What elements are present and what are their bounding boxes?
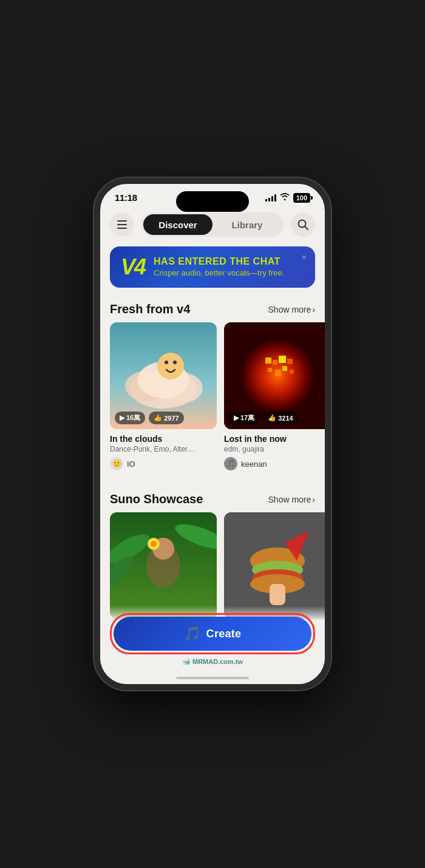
svg-rect-13	[273, 360, 277, 365]
card-1-stats: ▶ 16萬 👍 2977	[115, 412, 184, 424]
fresh-section-title: Fresh from v4	[110, 302, 190, 316]
card-1-genre: Dance-Punk, Emo, Alter…	[110, 445, 217, 453]
music-card-1[interactable]: ▶ 16萬 👍 2977 In the clouds Dance-Punk, E…	[110, 322, 217, 470]
svg-point-8	[165, 361, 168, 364]
banner-logo: V4	[121, 256, 145, 278]
tab-toggle: Discover Library	[141, 212, 284, 237]
banner-close-button[interactable]: ×	[302, 253, 307, 262]
svg-rect-19	[290, 370, 294, 374]
status-time: 11:18	[115, 192, 137, 203]
svg-rect-16	[268, 368, 272, 372]
signal-bars-icon	[265, 194, 276, 202]
svg-rect-33	[270, 584, 285, 605]
svg-point-27	[151, 541, 157, 547]
fresh-cards-scroll: ▶ 16萬 👍 2977 In the clouds Dance-Punk, E…	[100, 322, 325, 470]
showcase-1-artwork	[110, 512, 217, 619]
showcase-show-more[interactable]: Show more ›	[268, 495, 315, 504]
svg-rect-18	[282, 366, 287, 371]
banner-text: HAS ENTERED THE CHAT Crisper audio, bett…	[154, 256, 284, 277]
banner-subtitle: Crisper audio, better vocals—try free.	[154, 268, 284, 277]
showcase-card-1[interactable]	[110, 512, 217, 619]
create-music-icon: 🎵	[184, 626, 200, 642]
card-2-image: ▶ 17萬 👍 3214	[224, 322, 325, 429]
play-count-badge-2: ▶ 17萬	[229, 412, 259, 424]
hamburger-icon	[117, 220, 127, 229]
svg-rect-17	[275, 370, 281, 376]
card-1-title: In the clouds	[110, 434, 217, 444]
svg-line-1	[305, 226, 308, 229]
battery-icon: 100	[293, 193, 310, 203]
promo-banner[interactable]: V4 HAS ENTERED THE CHAT Crisper audio, b…	[110, 246, 315, 288]
card-2-genre: edm, guajira	[224, 445, 325, 453]
phone-frame: 11:18 100	[94, 178, 331, 690]
music-card-2[interactable]: ▶ 17萬 👍 3214 Lost in the now edm, guajir…	[224, 322, 325, 470]
watermark-logo: 🐋	[182, 658, 192, 665]
svg-point-7	[157, 353, 184, 379]
card-1-avatar: 🙂	[110, 457, 123, 470]
svg-rect-14	[279, 356, 286, 363]
like-count-badge-2: 👍 3214	[263, 412, 298, 424]
dynamic-island	[176, 191, 249, 212]
fresh-section-header: Fresh from v4 Show more ›	[100, 293, 325, 322]
card-2-author: 🎵 keenan	[224, 457, 325, 470]
showcase-2-artwork	[224, 512, 325, 619]
like-count-badge: 👍 2977	[149, 412, 183, 424]
card-1-image: ▶ 16萬 👍 2977	[110, 322, 217, 429]
banner-content: V4 HAS ENTERED THE CHAT Crisper audio, b…	[121, 256, 304, 278]
play-count-badge: ▶ 16萬	[115, 412, 145, 424]
create-button-wrapper: 🎵 Create	[110, 613, 315, 654]
showcase-section-header: Suno Showcase Show more ›	[100, 483, 325, 512]
create-button[interactable]: 🎵 Create	[114, 617, 311, 651]
card-2-stats: ▶ 17萬 👍 3214	[229, 412, 298, 424]
card-2-avatar: 🎵	[224, 457, 237, 470]
search-icon	[298, 219, 308, 230]
showcase-card-2-image	[224, 512, 325, 619]
card-1-author: 🙂 IO	[110, 457, 217, 470]
card-2-title: Lost in the now	[224, 434, 325, 444]
fresh-show-more[interactable]: Show more ›	[268, 305, 315, 314]
banner-title: HAS ENTERED THE CHAT	[154, 256, 284, 267]
watermark: 🐋 MRMAD.com.tw	[110, 658, 315, 666]
svg-rect-15	[287, 359, 293, 364]
create-button-label: Create	[206, 628, 242, 640]
nav-bar: Discover Library	[100, 208, 325, 242]
bottom-area: 🎵 Create 🐋 MRMAD.com.tw	[100, 606, 325, 684]
wifi-icon	[280, 193, 290, 202]
showcase-card-1-image	[110, 512, 217, 619]
home-indicator	[176, 677, 249, 679]
menu-button[interactable]	[110, 212, 134, 237]
showcase-section-title: Suno Showcase	[110, 492, 203, 506]
search-button[interactable]	[291, 212, 315, 237]
status-icons: 100	[265, 193, 310, 203]
showcase-card-2[interactable]	[224, 512, 325, 619]
svg-rect-12	[265, 358, 271, 364]
svg-point-9	[173, 361, 177, 364]
tab-discover[interactable]: Discover	[143, 214, 212, 235]
showcase-cards-scroll	[100, 512, 325, 619]
tab-library[interactable]: Library	[212, 214, 282, 235]
